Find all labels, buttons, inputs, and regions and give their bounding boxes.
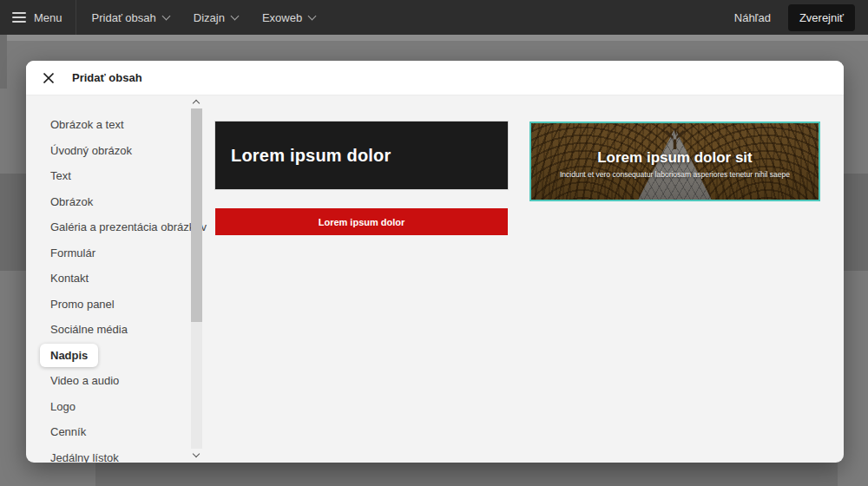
modal-header: Pridať obsah xyxy=(26,61,844,95)
scroll-up-button[interactable] xyxy=(190,95,202,108)
preview-subheading-text: Incidunt et vero consequatur laboriosam … xyxy=(560,170,790,179)
sidebar-scrollbar xyxy=(190,95,202,462)
sidebar-item-video-a-audio[interactable]: Video a audio xyxy=(50,368,119,394)
sidebar-list: Obrázok a textÚvodný obrázokTextObrázokG… xyxy=(26,95,190,463)
scrollbar-thumb[interactable] xyxy=(191,108,202,322)
chevron-down-icon xyxy=(161,11,170,20)
menu-label: Menu xyxy=(34,11,62,24)
modal-title: Pridať obsah xyxy=(72,71,142,84)
toolbar-right: Náhľad Zverejniť xyxy=(734,4,868,31)
chevron-down-icon xyxy=(308,11,317,20)
sidebar-item-úvodný-obrázok[interactable]: Úvodný obrázok xyxy=(50,138,132,164)
sidebar-item-obrázok-a-text[interactable]: Obrázok a text xyxy=(50,112,124,138)
sidebar-item-formulár[interactable]: Formulár xyxy=(50,240,95,266)
menu-button[interactable]: Menu xyxy=(0,0,76,35)
modal-body: Obrázok a textÚvodný obrázokTextObrázokG… xyxy=(26,95,844,462)
preview-heading-text: Lorem ipsum dolor sit xyxy=(597,149,753,167)
sidebar-item-logo[interactable]: Logo xyxy=(50,394,76,420)
preview-card-dark-heading[interactable]: Lorem ipsum dolor xyxy=(215,122,508,189)
preview-card-red-heading[interactable]: Lorem ipsum dolor xyxy=(215,208,508,235)
hamburger-icon xyxy=(12,12,26,23)
scrollbar-track[interactable] xyxy=(191,108,202,449)
add-content-modal: Pridať obsah Obrázok a textÚvodný obrázo… xyxy=(26,61,844,463)
preview-button[interactable]: Náhľad xyxy=(734,11,771,24)
sidebar-item-galéria-a-prezentácia-obrázkov[interactable]: Galéria a prezentácia obrázkov xyxy=(50,214,207,240)
chevron-down-icon xyxy=(230,11,239,20)
nav-item-exoweb[interactable]: Exoweb xyxy=(262,11,315,24)
publish-button[interactable]: Zverejniť xyxy=(788,4,855,31)
backdrop-left-block xyxy=(0,35,7,89)
top-toolbar: Menu Pridať obsah Dizajn Exoweb Náhľad Z… xyxy=(0,0,868,35)
nav-item-dizajn[interactable]: Dizajn xyxy=(194,11,238,24)
close-button[interactable] xyxy=(38,68,59,89)
nav-item-label: Exoweb xyxy=(262,11,302,24)
scroll-down-button[interactable] xyxy=(190,449,202,462)
toolbar-divider xyxy=(76,0,76,35)
toolbar-nav: Pridať obsah Dizajn Exoweb xyxy=(92,11,316,24)
chevron-down-icon xyxy=(193,450,200,457)
sidebar-item-cenník[interactable]: Cenník xyxy=(50,419,86,445)
close-icon xyxy=(43,72,55,84)
preview-card-image-heading[interactable]: Lorem ipsum dolor sit Incidunt et vero c… xyxy=(529,122,820,201)
sidebar-item-kontakt[interactable]: Kontakt xyxy=(50,266,89,292)
sidebar-item-sociálne-média[interactable]: Sociálne média xyxy=(50,317,128,343)
sidebar-item-promo-panel[interactable]: Promo panel xyxy=(50,292,115,318)
sidebar-item-jedálny-lístok[interactable]: Jedálny lístok xyxy=(50,445,119,463)
preview-heading-text: Lorem ipsum dolor xyxy=(231,146,391,166)
sidebar-item-nadpis[interactable]: Nadpis xyxy=(40,344,98,367)
preview-heading-text: Lorem ipsum dolor xyxy=(319,217,405,227)
nav-item-label: Dizajn xyxy=(194,11,225,24)
nav-item-label: Pridať obsah xyxy=(92,11,156,24)
backdrop-strip xyxy=(0,35,868,41)
chevron-up-icon xyxy=(193,100,200,107)
nav-item-pridat-obsah[interactable]: Pridať obsah xyxy=(92,11,169,24)
sidebar-item-obrázok[interactable]: Obrázok xyxy=(50,189,93,215)
sidebar-item-text[interactable]: Text xyxy=(50,163,71,189)
